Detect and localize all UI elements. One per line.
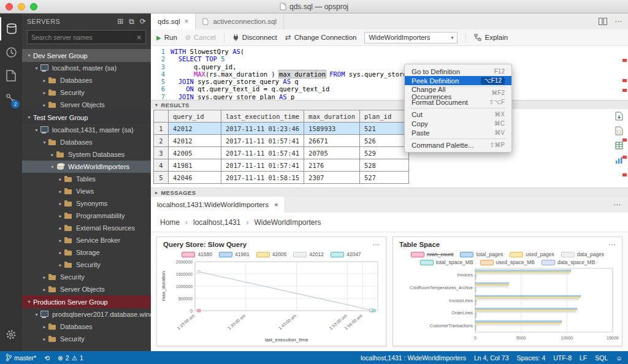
tree-collapsed-icon[interactable]: ▸ <box>56 250 64 256</box>
tree-expanded-icon[interactable]: ▾ <box>33 66 40 71</box>
tree-item-security[interactable]: ▸Security <box>22 271 151 283</box>
grid-cell[interactable]: 2017-11-11 01:57:41 <box>221 147 304 159</box>
close-tab-icon[interactable]: × <box>274 201 278 208</box>
breadcrumb-item-home[interactable]: Home <box>160 218 180 227</box>
grid-cell[interactable]: 2017-11-11 01:57:41 <box>221 135 304 147</box>
code-editor[interactable]: 1WITH SlowestQry AS(2 SELECT TOP 53 q.qu… <box>151 46 628 100</box>
new-server-group-icon[interactable]: ⧉ <box>129 17 134 26</box>
tree-item-security[interactable]: ▸Security <box>22 86 151 99</box>
tree-collapsed-icon[interactable]: ▸ <box>40 102 48 108</box>
tree-collapsed-icon[interactable]: ▸ <box>56 213 64 219</box>
legend-item-42005[interactable]: 42005 <box>256 251 287 257</box>
tree-item-synonyms[interactable]: ▸Synonyms <box>22 197 151 210</box>
tree-expanded-icon[interactable]: ▾ <box>25 53 33 58</box>
explorer-icon[interactable] <box>0 64 22 87</box>
save-excel-icon[interactable] <box>615 141 624 150</box>
results-grid[interactable]: query_idlast_execution_timemax_durationp… <box>153 110 409 184</box>
tree-expanded-icon[interactable]: ▾ <box>33 312 40 317</box>
grid-cell[interactable]: 2176 <box>304 159 360 172</box>
tree-item-localhost-master-sa[interactable]: ▾localhost, master (sa) <box>22 62 151 74</box>
disconnect-button[interactable]: Disconnect <box>232 34 277 41</box>
legend-item-used-pages[interactable]: used_pages <box>510 251 554 257</box>
tree-item-server-objects[interactable]: ▸Server Objects <box>22 283 151 295</box>
tree-item-dev-server-group[interactable]: ▾Dev Server Group <box>22 49 151 62</box>
minimize-window-button[interactable] <box>18 3 25 10</box>
task-history-icon[interactable] <box>0 40 22 64</box>
refresh-icon[interactable]: ⟳ <box>140 17 146 26</box>
menu-item-copy[interactable]: Copy⌘C <box>405 119 511 128</box>
code-line-2[interactable]: 2 SELECT TOP 5 <box>151 55 628 63</box>
code-line-4[interactable]: 4 MAX(rs.max_duration ) max_duration FRO… <box>151 70 628 78</box>
dashboard-tab[interactable]: localhost,1431:WideWorldImporters × <box>151 197 285 213</box>
tree-expanded-icon[interactable]: ▾ <box>33 127 40 133</box>
tree-collapsed-icon[interactable]: ▸ <box>40 324 48 330</box>
tree-collapsed-icon[interactable]: ▸ <box>56 176 64 182</box>
tree-expanded-icon[interactable]: ▾ <box>25 299 33 305</box>
grid-row-1[interactable]: 1420122017-11-11 01:23:461589933521 <box>154 123 409 135</box>
results-panel-header[interactable]: ▾ RESULTS <box>151 100 628 109</box>
grid-corner[interactable] <box>154 110 169 123</box>
tree-item-tables[interactable]: ▸Tables <box>22 173 151 185</box>
legend-item-42012[interactable]: 42012 <box>293 251 324 257</box>
add-server-icon[interactable]: ⊞ <box>117 17 123 26</box>
row-number[interactable]: 1 <box>154 123 169 135</box>
expand-messages-icon[interactable]: ▸ <box>155 190 158 195</box>
legend-item-41981[interactable]: 41981 <box>219 251 250 257</box>
tree-collapsed-icon[interactable]: ▸ <box>48 152 56 157</box>
encoding-indicator[interactable]: UTF-8 <box>553 354 572 362</box>
git-branch-indicator[interactable]: master* <box>6 354 36 362</box>
server-search-input[interactable]: Search server names ✕ <box>27 30 146 44</box>
menu-item-paste[interactable]: Paste⌘V <box>405 128 511 137</box>
eol-indicator[interactable]: LF <box>580 354 587 362</box>
tree-item-databases[interactable]: ▸Databases <box>22 320 151 333</box>
grid-row-2[interactable]: 2420122017-11-11 01:57:4126671526 <box>154 135 409 147</box>
grid-cell[interactable]: 528 <box>359 159 408 172</box>
problems-indicator[interactable]: ⊗ 2 ⚠ 1 <box>58 354 83 362</box>
tab-activeconnection-sql[interactable]: activeconnection.sql <box>196 13 284 29</box>
tree-item-localhost-1431-master-sa[interactable]: ▾localhost,1431, master (sa) <box>22 124 151 136</box>
grid-cell[interactable]: 527 <box>359 172 408 184</box>
row-number[interactable]: 2 <box>154 135 169 147</box>
row-number[interactable]: 4 <box>154 159 169 172</box>
change-connection-button[interactable]: ⇄ Change Connection <box>285 33 357 42</box>
grid-column-query-id[interactable]: query_id <box>169 110 221 123</box>
tree-item-views[interactable]: ▸Views <box>22 185 151 197</box>
legend-item-rows-count[interactable]: rows_count <box>411 251 453 257</box>
tree-item-programmability[interactable]: ▸Programmability <box>22 210 151 222</box>
grid-cell[interactable]: 2017-11-11 01:57:41 <box>221 159 304 172</box>
close-tab-icon[interactable]: × <box>184 17 188 26</box>
tree-collapsed-icon[interactable]: ▸ <box>56 262 64 268</box>
tree-item-storage[interactable]: ▸Storage <box>22 246 151 259</box>
tree-collapsed-icon[interactable]: ▸ <box>40 275 48 280</box>
cursor-position[interactable]: Ln 4, Col 73 <box>474 354 509 362</box>
save-csv-icon[interactable] <box>615 112 624 121</box>
tree-collapsed-icon[interactable]: ▸ <box>40 78 48 83</box>
connections-icon[interactable]: 2 <box>0 87 22 110</box>
messages-panel-header[interactable]: ▸ MESSAGES <box>151 188 628 197</box>
explain-button[interactable]: Explain <box>474 34 508 41</box>
grid-column-last-execution-time[interactable]: last_execution_time <box>221 110 304 123</box>
grid-cell[interactable]: 2307 <box>304 172 360 184</box>
tree-item-service-broker[interactable]: ▸Service Broker <box>22 234 151 246</box>
legend-item-data-space-mb[interactable]: data_space_MB <box>542 259 595 265</box>
tree-item-databases[interactable]: ▸Databases <box>22 74 151 86</box>
grid-cell[interactable]: 42012 <box>169 123 221 135</box>
row-number[interactable]: 5 <box>154 172 169 184</box>
grid-row-5[interactable]: 5420462017-11-11 01:58:152307527 <box>154 172 409 184</box>
close-window-button[interactable] <box>6 3 13 10</box>
grid-row-3[interactable]: 3420052017-11-11 01:57:4120705529 <box>154 147 409 159</box>
tree-collapsed-icon[interactable]: ▸ <box>40 287 48 292</box>
grid-cell[interactable]: 41981 <box>169 159 221 172</box>
tree-collapsed-icon[interactable]: ▸ <box>40 336 48 342</box>
legend-item-total-pages[interactable]: total_pages <box>460 251 503 257</box>
maximize-window-button[interactable] <box>30 3 37 10</box>
menu-item-peek-definition[interactable]: Peek Definition⌥F12 <box>405 76 511 85</box>
legend-item-data-pages[interactable]: data_pages <box>561 251 604 257</box>
language-indicator[interactable]: SQL <box>595 354 608 362</box>
grid-row-4[interactable]: 4419812017-11-11 01:57:412176528 <box>154 159 409 172</box>
tree-item-databases[interactable]: ▾Databases <box>22 136 151 148</box>
more-actions-icon[interactable]: ⋯ <box>613 200 621 209</box>
tree-collapsed-icon[interactable]: ▸ <box>56 226 64 231</box>
code-line-1[interactable]: 1WITH SlowestQry AS( <box>151 48 628 55</box>
menu-item-format-document[interactable]: Format Document⇧⌥F <box>405 97 511 107</box>
